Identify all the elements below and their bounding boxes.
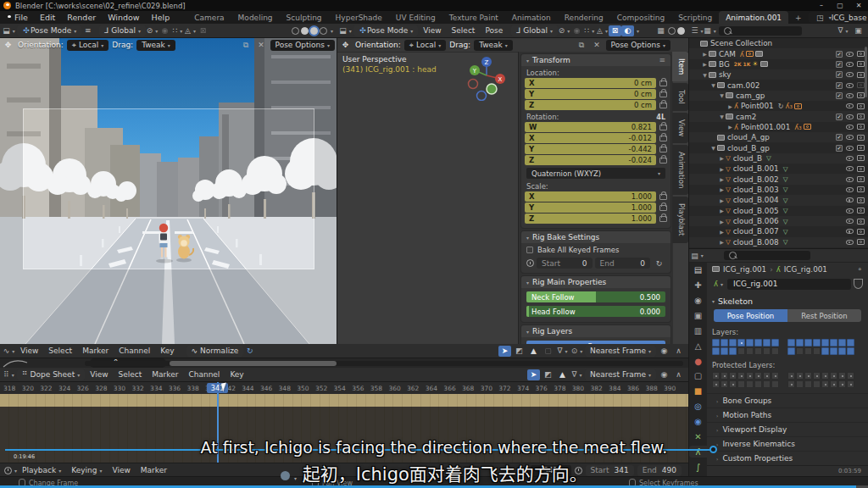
layer-toggle[interactable] (763, 380, 771, 388)
lock-icon[interactable] (659, 92, 667, 97)
layer-toggle[interactable] (847, 372, 854, 380)
orientation-select[interactable]: ⌖ Local▾ (404, 40, 446, 51)
render-visibility-toggle[interactable] (857, 208, 865, 214)
layer-toggle[interactable] (754, 380, 762, 388)
scene-tab[interactable]: △ (689, 340, 707, 352)
layer-toggle[interactable] (721, 380, 728, 388)
pivot-icon[interactable]: ⊙▾ (570, 346, 583, 357)
drag-select[interactable]: Tweak▾ (474, 40, 513, 51)
layer-toggle[interactable] (771, 380, 779, 388)
outliner-row[interactable]: ▶ʎPoint001↻ʎ₃ (689, 101, 868, 111)
workspace-tab-compositing[interactable]: Compositing (610, 11, 671, 24)
outliner-row[interactable]: ▶▽cloud_B.007▽ (689, 226, 868, 236)
rotation-mode-select[interactable]: Quaternion (WXYZ)▾ (526, 168, 665, 179)
viewport-3d-camera[interactable]: ✥ Orientation: ⌖ Local▾ Drag: Tweak▾ ⧉ ✕… (0, 38, 337, 344)
layer-toggle[interactable] (712, 380, 720, 388)
graph-scrollbar-thumb[interactable] (170, 361, 337, 366)
editor-type-icon[interactable]: ☰▾ (691, 25, 704, 36)
editor-type-icon[interactable]: ▤▾ (691, 250, 704, 261)
hide-eye-toggle[interactable] (846, 103, 854, 108)
physics-blue-tab[interactable]: ◉ (689, 416, 707, 428)
layer-toggle[interactable] (847, 339, 854, 347)
layer-toggle[interactable] (830, 372, 837, 380)
layer-toggle[interactable] (787, 372, 795, 380)
gizmos-icon[interactable]: ▦ (654, 25, 667, 36)
select-box-icon[interactable]: ◩ (542, 369, 554, 380)
transform-field-w[interactable]: W0.821 (525, 122, 656, 132)
dope-sheet-mode-select[interactable]: ⠛ Dope Sheet▾ (17, 369, 85, 380)
expand-arrow-icon[interactable]: ▶ (718, 186, 726, 192)
hide-eye-toggle[interactable] (846, 83, 854, 88)
shading-wireframe-icon[interactable] (668, 27, 676, 35)
layer-toggle[interactable] (813, 347, 821, 355)
outliner-search-input[interactable] (719, 26, 802, 36)
transform-panel-header[interactable]: ▾Transform≡ (521, 54, 670, 66)
expand-arrow-icon[interactable]: ▶ (718, 166, 726, 172)
layer-toggle[interactable] (712, 372, 720, 380)
expand-arrow-icon[interactable]: ▼ (718, 114, 726, 119)
menu-help[interactable]: Help (146, 13, 176, 22)
menu-select[interactable]: Select (447, 26, 481, 35)
workspace-tab-modeling[interactable]: Modeling (231, 11, 280, 24)
layer-toggle[interactable] (787, 380, 795, 388)
layer-toggle[interactable] (763, 372, 771, 380)
layer-toggle[interactable] (763, 347, 771, 355)
layer-toggle[interactable] (771, 347, 779, 355)
snap-magnet-icon[interactable]: ◉ (570, 25, 583, 36)
render-visibility-toggle[interactable] (857, 61, 865, 67)
layer-toggle[interactable] (787, 339, 795, 347)
hide-eye-toggle[interactable] (846, 52, 854, 57)
render-visibility-toggle[interactable] (857, 103, 865, 109)
layer-toggle[interactable] (737, 339, 745, 347)
filter-icon[interactable]: ∇▾ (837, 25, 849, 36)
output-tab[interactable]: ▣ (689, 310, 707, 322)
outliner-row[interactable]: ▶▽cloud_B.003▽ (689, 185, 868, 195)
dope-menu-marker[interactable]: Marker (147, 370, 183, 379)
warning-icon[interactable]: ▲ (527, 346, 540, 357)
shading-wireframe-icon[interactable] (292, 27, 299, 35)
render-visibility-toggle[interactable] (857, 197, 865, 203)
refresh-icon[interactable]: ↻ (653, 258, 665, 269)
lock-icon[interactable] (659, 103, 667, 108)
transform-field-x[interactable]: X1.000 (525, 191, 656, 202)
transform-orientation[interactable]: ⅃ Global▾ (99, 25, 146, 36)
rig-layers-header[interactable]: ▾Rig Layers (521, 325, 670, 337)
layer-toggle[interactable] (830, 339, 837, 347)
outliner-row[interactable]: ▼cam_gp✓ (689, 91, 868, 101)
modifiers-tab[interactable]: ◎ (689, 401, 707, 413)
layer-toggle[interactable] (771, 372, 779, 380)
display-mode-icon[interactable]: ▦▾ (704, 25, 716, 36)
expand-arrow-icon[interactable]: ▶ (718, 219, 726, 225)
outliner-row[interactable]: ▶CAMʎ✓ (689, 48, 868, 58)
layer-toggle[interactable] (721, 347, 728, 355)
expand-arrow-icon[interactable]: ▶ (718, 229, 726, 235)
copy-icon[interactable]: ⧉ (240, 40, 253, 51)
rest-position-button[interactable]: Rest Position (787, 309, 861, 322)
render-tab[interactable]: ◉ (689, 295, 707, 307)
viewport-3d-user[interactable]: ✥ Orientation: ⌖ Local▾ Drag: Tweak▾ ⧉ ✕… (337, 38, 688, 344)
workspace-tab-animation[interactable]: Animation (505, 11, 558, 24)
pose-options-button[interactable]: Pose Options▾ (270, 40, 335, 51)
normalize-refresh-icon[interactable]: ↻ (243, 346, 256, 357)
lock-icon[interactable] (659, 80, 667, 86)
workspace-tab-uv-editing[interactable]: UV Editing (389, 11, 442, 24)
skeleton-section-header[interactable]: ▾Skeleton (707, 294, 868, 308)
tool-tab[interactable]: ✚ (689, 280, 707, 291)
outliner-row[interactable]: ▶▽cloud_B.006▽ (689, 216, 868, 226)
expand-arrow-icon[interactable]: ▼ (718, 92, 726, 98)
sidebar-tab-view[interactable]: View (672, 113, 688, 143)
outliner-row[interactable]: ▶▽cloud_B.005▽ (689, 206, 868, 216)
collection-tab[interactable]: ▢ (689, 370, 707, 382)
expand-arrow-icon[interactable]: ▶ (718, 155, 726, 161)
layer-toggle[interactable] (838, 380, 846, 388)
outliner-row[interactable]: ▼cam2✓ (689, 111, 868, 121)
snap-select[interactable]: Nearest Frame▾ (585, 346, 656, 357)
hide-eye-toggle[interactable] (846, 135, 854, 140)
layer-toggle[interactable] (729, 347, 737, 355)
render-visibility-toggle[interactable] (857, 155, 865, 161)
proportional-edit-icon[interactable]: ◬▾ (184, 25, 197, 36)
snap-magnet-icon[interactable]: ◉ (159, 25, 171, 36)
layer-toggle[interactable] (763, 339, 771, 347)
bake-all-checkbox[interactable] (526, 247, 533, 253)
pin-icon[interactable]: ⚬ (857, 265, 863, 274)
